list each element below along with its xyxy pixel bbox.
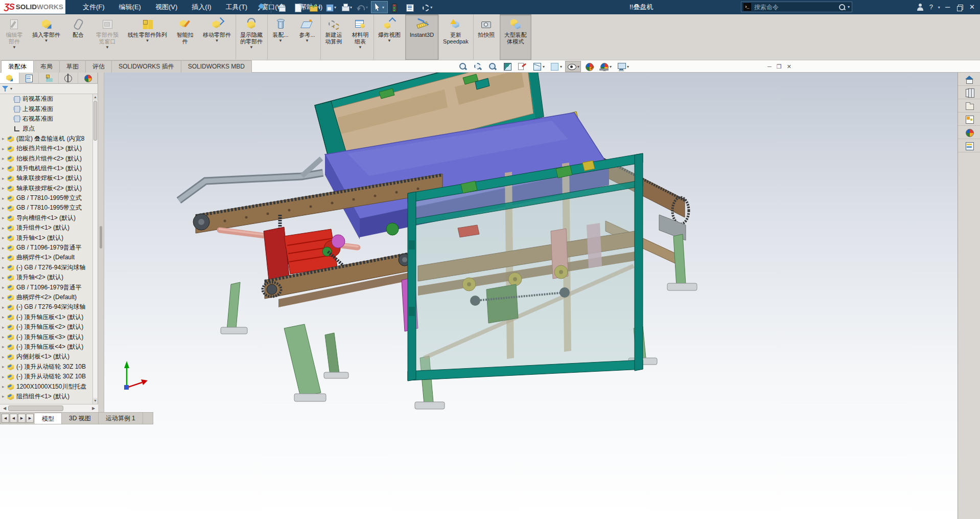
dropdown-caret-icon[interactable]: ▼: [249, 45, 253, 50]
tree-item[interactable]: ▸ (-) 顶升从动链轮 30Z 10B: [0, 362, 93, 372]
pin-icon[interactable]: [258, 4, 265, 11]
dropdown-caret-icon[interactable]: ▾: [382, 5, 386, 10]
command-search-box[interactable]: ›_ ▾: [741, 2, 852, 12]
exploded-view-button[interactable]: 爆炸视图 ▼: [374, 14, 405, 60]
expand-arrow-icon[interactable]: ▸: [2, 325, 7, 330]
user-account-icon[interactable]: [916, 3, 924, 11]
close-button[interactable]: ✕: [967, 0, 977, 14]
expand-arrow-icon[interactable]: ▸: [2, 295, 7, 300]
custom-properties-tab[interactable]: [958, 139, 980, 152]
expand-arrow-icon[interactable]: ▸: [2, 305, 7, 310]
expand-arrow-icon[interactable]: ▸: [2, 215, 7, 220]
tree-item[interactable]: ▸ (-) GB / T276-94深沟球轴: [0, 263, 93, 273]
dropdown-caret-icon[interactable]: ▼: [278, 38, 283, 43]
tree-item[interactable]: ▸ (-) 顶升轴压板<3> (默认): [0, 332, 93, 342]
tree-item[interactable]: ▸ 原点: [0, 124, 93, 133]
rebuild-button[interactable]: ▾: [388, 1, 404, 13]
tree-item[interactable]: ▸ GB / T7810-1995带立式: [0, 193, 93, 203]
dropdown-caret-icon[interactable]: ▼: [387, 38, 391, 43]
menu-item[interactable]: 插入(I): [184, 0, 218, 14]
tree-vertical-scrollbar[interactable]: ▲ ▼: [92, 94, 98, 404]
command-tab[interactable]: 装配体: [1, 60, 34, 73]
dropdown-caret-icon[interactable]: ▼: [305, 38, 309, 43]
dropdown-caret-icon[interactable]: ▼: [358, 45, 362, 50]
scroll-down-arrow[interactable]: ▼: [93, 398, 98, 404]
minimize-button[interactable]: ─: [943, 0, 952, 14]
help-button[interactable]: ?: [927, 0, 935, 14]
new-document-button[interactable]: ▾: [292, 1, 308, 13]
hide-show-items-button[interactable]: ▾: [565, 61, 581, 72]
component-preview-window-button[interactable]: 零部件预 览窗口 ▼: [91, 14, 123, 60]
instant3d-button[interactable]: Instant3D ▼: [405, 14, 438, 60]
menu-item[interactable]: 编辑(E): [112, 0, 148, 14]
dropdown-caret-icon[interactable]: ▼: [146, 38, 150, 43]
tab-nav-button[interactable]: ▶: [26, 414, 34, 423]
expand-arrow-icon[interactable]: ▸: [2, 196, 7, 201]
dropdown-caret-icon[interactable]: ▾: [430, 5, 434, 10]
command-tab[interactable]: 评估: [85, 60, 112, 73]
search-icon[interactable]: [838, 4, 846, 11]
command-tab[interactable]: 草图: [59, 60, 86, 73]
tree-item[interactable]: ▸ 内侧封板<1> (默认): [0, 352, 93, 362]
dropdown-caret-icon[interactable]: ▾: [334, 5, 338, 10]
splitter-handle[interactable]: [100, 226, 102, 249]
dropdown-caret-icon[interactable]: ▾: [577, 64, 579, 69]
dropdown-caret-icon[interactable]: ▾: [610, 64, 612, 69]
scroll-right-arrow[interactable]: ▶: [90, 405, 97, 412]
settings-button[interactable]: ▾: [419, 1, 435, 13]
tab-nav-button[interactable]: ▶: [18, 414, 26, 423]
dropdown-caret-icon[interactable]: ▾: [318, 5, 322, 10]
configurationmanager-tab[interactable]: [39, 73, 58, 83]
mate-button[interactable]: 配合 ▼: [65, 14, 91, 60]
expand-arrow-icon[interactable]: ▸: [2, 334, 7, 340]
tree-item[interactable]: ▸ GB / T7810-1995带立式: [0, 203, 93, 213]
model-canvas[interactable]: [0, 73, 958, 519]
menu-item[interactable]: 视图(V): [148, 0, 184, 14]
linear-component-pattern-button[interactable]: 线性零部件阵列 ▼: [123, 14, 172, 60]
command-tab[interactable]: SOLIDWORKS 插件: [111, 60, 181, 73]
menu-item[interactable]: 工具(T): [219, 0, 255, 14]
show-hidden-components-button[interactable]: 显示隐藏 的零部件 ▼: [236, 14, 267, 60]
search-dropdown-caret-icon[interactable]: ▾: [848, 5, 850, 9]
dropdown-caret-icon[interactable]: ▾: [349, 5, 354, 10]
section-view-button[interactable]: ▾: [501, 61, 514, 72]
large-assembly-mode-button[interactable]: 大型装配 体模式 ▼: [500, 14, 531, 60]
dropdown-caret-icon[interactable]: ▼: [215, 38, 219, 43]
expand-arrow-icon[interactable]: ▸: [2, 186, 7, 191]
assembly-features-button[interactable]: 装配... ▼: [267, 14, 294, 60]
expand-arrow-icon[interactable]: ▸: [2, 255, 7, 260]
search-input[interactable]: [753, 3, 836, 11]
zoom-area-button[interactable]: ▾: [471, 61, 484, 72]
display-style-button[interactable]: ▾: [548, 61, 564, 72]
expand-arrow-icon[interactable]: ▸: [2, 354, 7, 359]
dropdown-caret-icon[interactable]: ▼: [12, 45, 16, 50]
expand-arrow-icon[interactable]: ▸: [2, 156, 7, 161]
tree-item[interactable]: ▸ 抬板挡片组件<2> (默认): [0, 153, 93, 163]
tree-item[interactable]: ▸ GB / T1096-1979普通平: [0, 243, 93, 253]
expand-arrow-icon[interactable]: ▸: [2, 344, 7, 349]
reference-geometry-button[interactable]: 参考... ▼: [294, 14, 320, 60]
update-speedpak-button[interactable]: 更新 Speedpak ▼: [438, 14, 473, 60]
move-component-button[interactable]: 移动零部件 ▼: [198, 14, 236, 60]
graphics-viewport[interactable]: [0, 73, 958, 519]
bill-of-materials-button[interactable]: 材料明 细表 ▼: [347, 14, 374, 60]
panel-splitter[interactable]: [98, 73, 104, 412]
tree-horizontal-scrollbar[interactable]: ◀ ▶: [0, 404, 98, 412]
appearances-scenes-tab[interactable]: [958, 126, 980, 139]
model-tab[interactable]: 3D 视图: [62, 413, 99, 424]
scroll-left-arrow[interactable]: ◀: [1, 405, 8, 412]
tree-item[interactable]: ▸ 阻挡组件<1> (默认): [0, 392, 93, 401]
save-button[interactable]: ▾: [323, 1, 339, 13]
tree-item[interactable]: ▸ 顶升组件<1> (默认): [0, 223, 93, 233]
tree-item[interactable]: ▸ GB / T1096-1979普通平: [0, 282, 93, 292]
menu-item[interactable]: 文件(F): [76, 0, 112, 14]
home-button[interactable]: ▾: [276, 1, 292, 13]
expand-arrow-icon[interactable]: ▸: [2, 394, 7, 399]
view-orientation-button[interactable]: ▾: [530, 61, 546, 72]
expand-arrow-icon[interactable]: ▸: [2, 235, 7, 240]
expand-arrow-icon[interactable]: ▸: [2, 176, 7, 181]
tree-item[interactable]: ▸ (-) 顶升从动链轮 30Z 10B: [0, 372, 93, 381]
insert-component-button[interactable]: 插入零部件 ▼: [28, 14, 65, 60]
tree-item[interactable]: ▸ 右视基准面: [0, 114, 93, 124]
expand-arrow-icon[interactable]: ▸: [2, 384, 7, 389]
